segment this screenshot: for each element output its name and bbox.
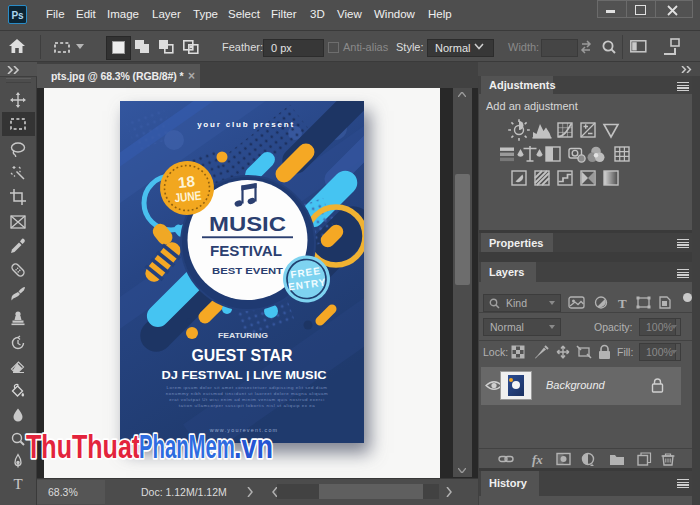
svg-text:ThuThuat: ThuThuat: [26, 430, 140, 465]
svg-text:fx: fx: [532, 452, 543, 467]
svg-text:nonummy nibh euismod tincidunt: nonummy nibh euismod tincidunt ut laoree…: [166, 391, 328, 396]
svg-text:FEATURING: FEATURING: [218, 331, 268, 340]
svg-text:erat volutpat Ut wisi enim ad: erat volutpat Ut wisi enim ad minim veni…: [169, 397, 325, 402]
svg-text:BEST EVENT: BEST EVENT: [212, 266, 284, 276]
svg-text:MUSIC: MUSIC: [209, 213, 286, 235]
svg-text:.vn: .vn: [234, 430, 273, 465]
svg-text:your club present: your club present: [197, 120, 295, 129]
svg-text:tation ullamcorper suscipit lo: tation ullamcorper suscipit lobortis nis…: [179, 403, 316, 408]
svg-text:FESTIVAL: FESTIVAL: [210, 243, 282, 259]
svg-text:DJ FESTIVAL | LIVE MUSIC: DJ FESTIVAL | LIVE MUSIC: [162, 369, 327, 381]
svg-text:GUEST STAR: GUEST STAR: [192, 346, 293, 365]
svg-text:T: T: [618, 296, 627, 311]
svg-text:Lorem ipsum dolor sit amet co: Lorem ipsum dolor sit amet consectetuer …: [166, 385, 327, 390]
svg-text:PhanMem: PhanMem: [139, 430, 235, 465]
svg-text:JUNE: JUNE: [174, 189, 202, 206]
svg-text:T: T: [13, 476, 22, 492]
svg-text:18: 18: [177, 172, 196, 191]
